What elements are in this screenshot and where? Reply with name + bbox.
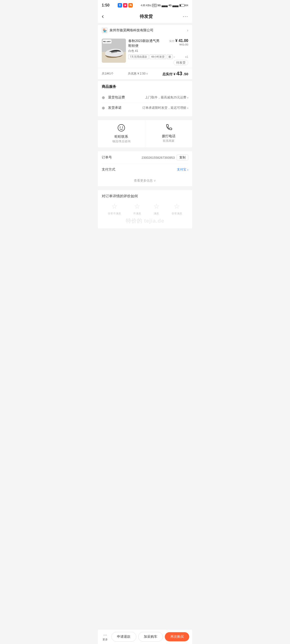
phone-icon — [165, 124, 172, 133]
more-info-button[interactable]: 查看更多信息 ∨ — [98, 175, 192, 186]
payment-value: 支付宝 — [177, 168, 186, 172]
service-row-1[interactable]: ⊕ 退货包运费 上门取件，最高减免25元运费 › — [102, 92, 188, 103]
more-button[interactable]: ··· — [183, 14, 188, 19]
status-time: 1:50 — [102, 3, 109, 8]
taobao-icon: 淘 — [128, 3, 133, 8]
rating-label-4: 非常满意 — [172, 212, 182, 216]
order-details: 订单号 2300261558267393953 复制 支付方式 支付宝 › — [98, 151, 192, 175]
service-right-2: 订单承诺限时发货，延迟可理赔 › — [142, 106, 188, 110]
price-actual: ¥ 41.00 — [176, 38, 188, 43]
network-speed: 4.85 KB/s — [141, 4, 151, 7]
product-row: RE 1957 春秋2023新款透气男鞋轻便 实付 ¥ 41.00 ¥41.00… — [98, 36, 192, 68]
back-button[interactable]: ‹ — [102, 12, 109, 20]
rating-label-3: 满意 — [154, 212, 159, 216]
contact-phone[interactable]: 拨打电话 联系商家 — [145, 120, 192, 147]
rating-stars: ☆ 非常不满意 ☆ 不满意 ☆ 满意 ☆ 非常满意 — [102, 202, 188, 216]
tag-ship: 48小时发货 — [150, 54, 166, 59]
more-info-text: 查看更多信息 ∨ — [134, 178, 156, 183]
service-chevron-1: › — [187, 96, 188, 99]
order-summary: 共1种1个 共优惠 ¥ 2.50 ∨ 总实付 ¥ 43 .50 — [98, 68, 192, 79]
contact-section: 旺旺联系 物流/售后咨询 拨打电话 联系商家 — [98, 120, 192, 147]
order-no-row: 订单号 2300261558267393953 复制 — [102, 151, 188, 164]
service-right-1: 上门取件，最高减免25元运费 › — [145, 95, 188, 100]
rating-very-dissatisfied[interactable]: ☆ 非常不满意 — [108, 202, 121, 216]
shield-icon-1: ⊕ — [102, 95, 106, 100]
order-no-value-row: 2300261558267393953 复制 — [141, 154, 188, 160]
payment-label: 支付方式 — [102, 168, 115, 172]
signal-4g: 4G — [169, 4, 172, 7]
wangwang-name: 旺旺联系 — [114, 134, 128, 139]
product-tags: 7天无理由退款 48小时发货 极 › x1 — [128, 54, 188, 59]
service-row-2[interactable]: ⊕ 发货承诺 订单承诺限时发货，延迟可理赔 › — [102, 103, 188, 113]
service-left-1: ⊕ 退货包运费 — [102, 95, 125, 100]
rating-label-2: 不满意 — [133, 212, 141, 216]
wangwang-icon — [117, 124, 125, 133]
price-original: ¥41.00 — [169, 43, 188, 46]
battery-level: 34 — [185, 4, 188, 7]
order-discount: 共优惠 ¥ 2.50 ∨ — [128, 72, 148, 76]
svg-point-8 — [118, 124, 125, 131]
section-divider-2 — [98, 116, 192, 118]
status-bar: 1:50 支 ❤ 淘 4.85 KB/s HD 5G ▄▄▄ 4G ▄▄▄ 34 — [98, 0, 192, 10]
product-price-right: 实付 ¥ 41.00 ¥41.00 — [169, 38, 188, 46]
rating-title: 对订单详情的评价如何 — [102, 194, 188, 198]
order-total: 总实付 ¥ 43 .50 — [162, 70, 188, 77]
star-2-icon: ☆ — [134, 202, 140, 210]
svg-text:RE 1957: RE 1957 — [103, 40, 111, 43]
service-left-2: ⊕ 发货承诺 — [102, 106, 121, 110]
order-count: 共1种1个 — [102, 72, 114, 76]
star-4-icon: ☆ — [174, 202, 180, 210]
redbook-icon: ❤ — [123, 3, 127, 8]
contact-wangwang[interactable]: 旺旺联系 物流/售后咨询 — [98, 120, 145, 147]
rating-dissatisfied[interactable]: ☆ 不满意 — [133, 202, 141, 216]
rating-satisfied[interactable]: ☆ 满意 — [154, 202, 160, 216]
shield-icon-2: ⊕ — [102, 106, 106, 110]
order-no-label: 订单号 — [102, 155, 112, 160]
service-name-1: 退货包运费 — [108, 95, 125, 100]
seller-name: 泉州市骆昊网络科技有限公司 — [109, 28, 154, 32]
shoe-svg: RE 1957 — [102, 38, 126, 63]
page-title: 待发货 — [140, 14, 153, 19]
alipay-icon: 支 — [118, 3, 122, 8]
tag-arrow-icon: › — [174, 55, 175, 58]
seller-icon: 🏪 — [102, 28, 107, 33]
product-status: 待发货 — [128, 60, 188, 65]
payment-chevron-icon: › — [187, 168, 188, 172]
payment-row[interactable]: 支付方式 支付宝 › — [102, 164, 188, 175]
signal-5g: 5G — [158, 4, 161, 7]
service-desc-2: 订单承诺限时发货，延迟可理赔 — [142, 106, 186, 110]
quantity: x1 — [176, 55, 188, 58]
seller-row[interactable]: 🏪 泉州市骆昊网络科技有限公司 › — [98, 25, 192, 36]
product-name: 春秋2023新款透气男鞋轻便 — [128, 38, 162, 48]
svg-point-10 — [122, 127, 123, 128]
service-name-2: 发货承诺 — [108, 106, 121, 110]
rating-section: 对订单详情的评价如何 ☆ 非常不满意 ☆ 不满意 ☆ 满意 ☆ 非常满意 特价的… — [98, 190, 192, 228]
signal-bars: ▄▄▄ — [162, 4, 168, 7]
phone-name: 拨打电话 — [162, 134, 176, 138]
hd-badge: HD — [152, 4, 157, 7]
order-no-value: 2300261558267393953 — [141, 156, 175, 160]
status-badge: 待发货 — [174, 60, 188, 65]
rating-label-1: 非常不满意 — [108, 212, 121, 216]
seller-left: 🏪 泉州市骆昊网络科技有限公司 — [102, 28, 154, 33]
status-icons: 支 ❤ 淘 — [118, 3, 133, 8]
product-info: 春秋2023新款透气男鞋轻便 实付 ¥ 41.00 ¥41.00 白色 41 7… — [128, 38, 188, 65]
rating-very-satisfied[interactable]: ☆ 非常满意 — [172, 202, 182, 216]
copy-button[interactable]: 复制 — [177, 154, 188, 160]
battery-icon — [179, 4, 185, 7]
section-divider-3 — [98, 147, 192, 149]
wangwang-desc: 物流/售后咨询 — [112, 140, 130, 144]
payment-method: 支付宝 › — [177, 168, 188, 172]
seller-chevron-icon: › — [187, 28, 188, 32]
signal-bars-2: ▄▄▄ — [172, 4, 179, 7]
tag-extreme: 极 — [167, 54, 173, 59]
section-divider-4 — [98, 186, 192, 188]
status-right: 4.85 KB/s HD 5G ▄▄▄ 4G ▄▄▄ 34 — [141, 4, 188, 7]
phone-desc: 联系商家 — [163, 139, 175, 143]
service-chevron-2: › — [187, 106, 188, 110]
tag-return: 7天无理由退款 — [128, 54, 149, 59]
services-section: 商品服务 ⊕ 退货包运费 上门取件，最高减免25元运费 › ⊕ 发货承诺 订单承… — [98, 81, 192, 116]
services-title: 商品服务 — [102, 84, 188, 89]
section-divider-1 — [98, 79, 192, 81]
product-spec: 白色 41 — [128, 49, 188, 53]
